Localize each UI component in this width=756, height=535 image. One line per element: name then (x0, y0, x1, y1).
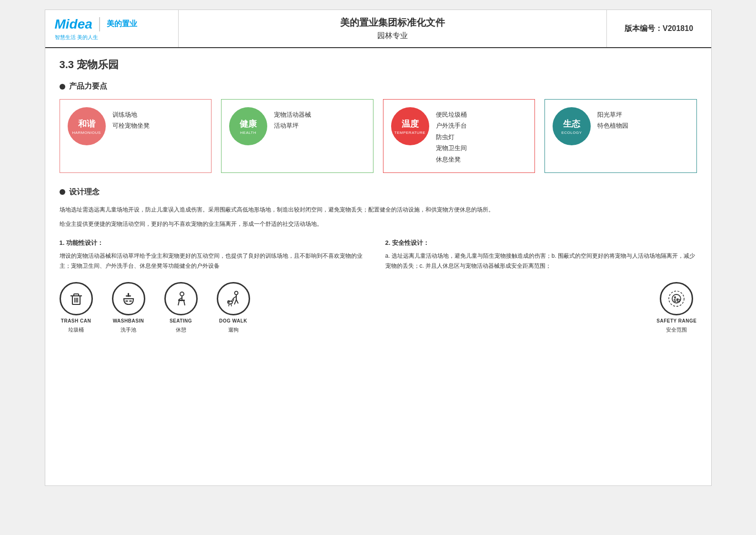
svg-point-29 (674, 296, 676, 298)
item-h1: 训练场地 (112, 109, 150, 120)
seating-icon (171, 289, 191, 308)
icon-circle-washbasin (112, 282, 145, 315)
svg-rect-2 (74, 294, 79, 296)
svg-rect-7 (126, 295, 131, 297)
icon-item-washbasin: WASHBASIN 洗手池 (112, 282, 145, 333)
function2-text: a. 选址远离儿童活动场地，避免儿童与陌生宠物接触造成的伤害；b. 围蔽式的空间… (385, 251, 697, 271)
function1-title: 1. 功能性设计： (60, 239, 371, 247)
item-heal1: 宠物活动器械 (274, 109, 311, 120)
washbasin-icon (119, 289, 138, 308)
seating-label-cn: 休憩 (176, 326, 186, 333)
function-col-2: 2. 安全性设计： a. 选址远离儿童活动场地，避免儿童与陌生宠物接触造成的伤害… (385, 239, 697, 271)
header-version: 版本编号：V201810 (606, 10, 711, 47)
logo-subtitle: 智慧生活 美的人生 (55, 34, 169, 41)
function-col-1: 1. 功能性设计： 增设的宠物活动器械和活动草坪给予业主和宠物更好的互动空间，也… (60, 239, 371, 271)
svg-line-20 (236, 300, 238, 303)
safety-label-cn: 安全范围 (666, 326, 687, 333)
item-t4: 宠物卫生间 (436, 142, 467, 153)
washbasin-label-en: WASHBASIN (113, 318, 144, 323)
item-t1: 便民垃圾桶 (436, 109, 467, 120)
icon-circle-safety (660, 282, 693, 315)
header-title: 美的置业集团标准化文件 园林专业 (179, 10, 606, 47)
svg-line-26 (231, 304, 232, 306)
circle-en-harmonious: HARMONIOUS (72, 131, 101, 135)
icons-main: TRASH CAN 垃圾桶 (60, 282, 250, 333)
section-title: 3.3 宠物乐园 (60, 58, 697, 72)
circle-ecology: 生态 ECOLOGY (553, 107, 591, 145)
logo-midea-text: Midea (55, 17, 92, 32)
seating-label-en: SEATING (170, 318, 192, 323)
circle-en-health: HEALTH (240, 131, 256, 135)
header-title-sub: 园林专业 (377, 31, 408, 41)
svg-line-25 (229, 304, 229, 306)
header-title-main: 美的置业集团标准化文件 (340, 16, 445, 29)
product-card-health: 健康 HEALTH 宠物活动器械 活动草坪 (221, 99, 373, 173)
logo-section: Midea 美的置业 智慧生活 美的人生 (45, 10, 179, 47)
svg-point-17 (234, 291, 238, 294)
icons-right: SAFETY RANGE 安全范围 (656, 282, 696, 333)
safety-range-icon (667, 289, 686, 308)
svg-line-33 (675, 301, 676, 302)
svg-point-28 (672, 294, 681, 303)
dogwalk-label-cn: 遛狗 (228, 326, 239, 333)
svg-point-10 (129, 300, 132, 302)
function2-title: 2. 安全性设计： (385, 239, 697, 247)
item-heal2: 活动草坪 (274, 120, 311, 131)
icon-circle-seating (164, 282, 198, 315)
circle-health: 健康 HEALTH (229, 107, 267, 145)
circle-temperature: 温度 TEMPERATURE (391, 107, 429, 145)
icon-item-safety: SAFETY RANGE 安全范围 (656, 282, 696, 333)
design-section-title: 设计理念 (60, 187, 697, 197)
dogwalk-label-en: DOG WALK (219, 318, 247, 323)
product-card-ecology: 生态 ECOLOGY 阳光草坪 特色植物园 (544, 99, 697, 173)
icon-circle-trash (60, 282, 93, 315)
item-t3: 防虫灯 (436, 131, 467, 142)
icon-circle-dogwalk (217, 282, 250, 315)
circle-cn-harmonious: 和谐 (78, 118, 95, 130)
item-t5: 休息坐凳 (436, 154, 467, 165)
items-ecology: 阳光草坪 特色植物园 (597, 107, 628, 131)
product-card-harmonious: 和谐 HARMONIOUS 训练场地 可栓宠物坐凳 (60, 99, 212, 173)
item-e2: 特色植物园 (597, 120, 628, 131)
item-t2: 户外洗手台 (436, 120, 467, 131)
items-temperature: 便民垃圾桶 户外洗手台 防虫灯 宠物卫生间 休息坐凳 (436, 107, 467, 165)
bullet-icon-2 (60, 189, 65, 195)
trash-label-en: TRASH CAN (61, 318, 91, 323)
bullet-icon (60, 84, 65, 90)
svg-point-27 (669, 291, 684, 306)
svg-point-9 (125, 300, 128, 302)
items-health: 宠物活动器械 活动草坪 (274, 107, 311, 131)
circle-cn-temperature: 温度 (402, 118, 419, 130)
circle-cn-health: 健康 (240, 118, 257, 130)
items-harmonious: 训练场地 可栓宠物坐凳 (112, 107, 150, 131)
circle-en-ecology: ECOLOGY (561, 131, 582, 135)
dog-walk-icon (224, 289, 243, 308)
safety-label-en: SAFETY RANGE (656, 318, 696, 323)
trash-icon (67, 289, 86, 308)
function-grid: 1. 功能性设计： 增设的宠物活动器械和活动草坪给予业主和宠物更好的互动空间，也… (60, 239, 697, 271)
function1-text: 增设的宠物活动器械和活动草坪给予业主和宠物更好的互动空间，也提供了良好的训练场地… (60, 251, 371, 271)
svg-line-14 (178, 301, 179, 305)
trash-label-cn: 垃圾桶 (68, 326, 84, 333)
circle-cn-ecology: 生态 (563, 118, 580, 130)
logo-divider (99, 17, 100, 31)
icon-item-dogwalk: DOG WALK 遛狗 (217, 282, 250, 333)
design-para2: 给业主提供更便捷的宠物活动空间，更好的与不喜欢宠物的业主隔离开，形成一个舒适的社… (60, 219, 697, 230)
icons-wrapper: TRASH CAN 垃圾桶 (60, 282, 697, 333)
logo-cn-text: 美的置业 (107, 19, 137, 29)
circle-en-temperature: TEMPERATURE (394, 131, 425, 135)
page: Midea 美的置业 智慧生活 美的人生 美的置业集团标准化文件 园林专业 版本… (45, 10, 712, 486)
product-grid: 和谐 HARMONIOUS 训练场地 可栓宠物坐凳 健康 HEALTH 宠物活动… (60, 99, 697, 173)
washbasin-label-cn: 洗手池 (121, 326, 136, 333)
content: 3.3 宠物乐园 产品力要点 和谐 HARMONIOUS 训练场地 可栓宠物坐凳 (45, 48, 711, 343)
item-e1: 阳光草坪 (597, 109, 628, 120)
icon-item-trash: TRASH CAN 垃圾桶 (60, 282, 93, 333)
circle-harmonious: 和谐 HARMONIOUS (68, 107, 106, 145)
icon-item-seating: SEATING 休憩 (164, 282, 198, 333)
svg-line-19 (234, 300, 236, 304)
design-concept: 场地选址需选远离儿童场地开设，防止儿童误入造成伤害。采用围蔽式高低地形场地，制造… (60, 205, 697, 229)
header: Midea 美的置业 智慧生活 美的人生 美的置业集团标准化文件 园林专业 版本… (45, 10, 711, 48)
product-card-temperature: 温度 TEMPERATURE 便民垃圾桶 户外洗手台 防虫灯 宠物卫生间 休息坐… (383, 99, 535, 173)
item-h2: 可栓宠物坐凳 (112, 120, 150, 131)
design-para1: 场地选址需选远离儿童场地开设，防止儿童误入造成伤害。采用围蔽式高低地形场地，制造… (60, 205, 697, 215)
